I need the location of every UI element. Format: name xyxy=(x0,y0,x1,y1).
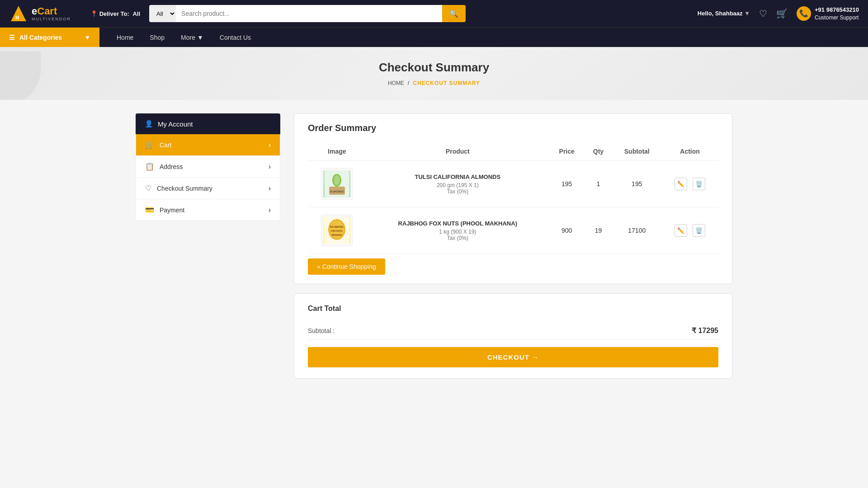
header: M eCart MULTIVENDOR 📍 Deliver To: All Al… xyxy=(0,0,868,27)
nav-home[interactable]: Home xyxy=(108,28,142,47)
item2-desc1: 1 kg (900 X 19) xyxy=(371,229,545,235)
svg-text:FOX NUTS: FOX NUTS xyxy=(331,230,343,232)
nav-more[interactable]: More ▼ xyxy=(173,28,212,47)
logo-subtext: MULTIVENDOR xyxy=(32,17,71,21)
hello-prefix: Hello, xyxy=(698,10,713,17)
support-phone-number: +91 9876543210 xyxy=(815,6,859,14)
svg-point-4 xyxy=(334,175,340,185)
my-account-label: My Account xyxy=(158,120,193,128)
svg-text:M: M xyxy=(15,15,19,20)
col-subtotal: Subtotal xyxy=(612,142,661,161)
logo: M eCart MULTIVENDOR xyxy=(9,4,81,23)
col-price: Price xyxy=(549,142,585,161)
user-circle-icon: 👤 xyxy=(145,120,153,128)
support-info: +91 9876543210 Customer Support xyxy=(815,6,859,22)
categories-chevron: ▼ xyxy=(84,34,90,41)
pin-icon: 📍 xyxy=(90,10,98,17)
order-summary-title: Order Summary xyxy=(308,123,718,133)
svg-text:MAKHANA: MAKHANA xyxy=(331,234,342,236)
main-container: 👤 My Account 🛒 Cart › 📋 Address › ♡ Chec… xyxy=(118,113,750,379)
item2-product-cell: RAJBHOG FOX NUTS (PHOOL MAKHANA) 1 kg (9… xyxy=(366,207,549,254)
support-label: Customer Support xyxy=(815,14,859,22)
item1-delete-button[interactable]: 🗑️ xyxy=(693,178,705,190)
wishlist-icon[interactable]: ♡ xyxy=(759,8,767,19)
svg-text:ALMONDS: ALMONDS xyxy=(330,190,344,193)
payment-menu-label: Payment xyxy=(160,206,184,214)
subtotal-label: Subtotal : xyxy=(308,327,335,334)
sidebar-item-address[interactable]: 📋 Address › xyxy=(136,156,280,178)
sidebar-header: 👤 My Account xyxy=(136,113,280,134)
item2-delete-button[interactable]: 🗑️ xyxy=(693,224,705,237)
checkout-button[interactable]: CHECKOUT → xyxy=(308,347,718,367)
item1-price-cell: 195 xyxy=(549,161,585,207)
item1-edit-button[interactable]: ✏️ xyxy=(675,178,687,190)
breadcrumb-sep: / xyxy=(408,80,409,86)
nav-more-label: More xyxy=(181,34,195,41)
continue-shopping-button[interactable]: « Continue Shopping xyxy=(308,258,385,275)
search-button[interactable]: 🔍 xyxy=(442,5,466,22)
item1-actions: ✏️ 🗑️ xyxy=(666,178,714,190)
item1-name: TULSI CALIFORNIA ALMONDS xyxy=(371,174,545,180)
item1-image-cell: ALMONDS xyxy=(308,161,366,207)
support-area: 📞 +91 9876543210 Customer Support xyxy=(797,6,859,22)
payment-menu-icon: 💳 xyxy=(145,206,154,214)
item2-image-cell: RAJBHOG FOX NUTS MAKHANA xyxy=(308,207,366,254)
address-chevron: › xyxy=(269,163,271,171)
sidebar: 👤 My Account 🛒 Cart › 📋 Address › ♡ Chec… xyxy=(136,113,280,379)
sidebar-item-checkout-summary[interactable]: ♡ Checkout Summary › xyxy=(136,178,280,199)
categories-button[interactable]: ☰ All Categories ▼ xyxy=(0,28,99,47)
header-right: Hello, Shahbaaz ▼ ♡ 🛒 📞 +91 9876543210 C… xyxy=(698,6,859,22)
support-phone-icon: 📞 xyxy=(797,6,811,21)
order-content: Order Summary Image Product Price Qty Su… xyxy=(294,113,732,379)
cart-chevron: › xyxy=(269,141,271,149)
item1-subtotal-cell: 195 xyxy=(612,161,661,207)
col-qty: Qty xyxy=(584,142,612,161)
logo-text: eCart xyxy=(32,6,71,17)
item1-action-cell: ✏️ 🗑️ xyxy=(661,161,718,207)
nav-shop[interactable]: Shop xyxy=(142,28,173,47)
more-chevron: ▼ xyxy=(197,34,203,41)
subtotal-value: ₹ 17295 xyxy=(692,326,718,335)
search-bar: All 🔍 xyxy=(149,5,466,22)
logo-icon: M xyxy=(9,4,28,23)
item2-action-cell: ✏️ 🗑️ xyxy=(661,207,718,254)
cart-menu-label: Cart xyxy=(160,141,171,149)
breadcrumb-home[interactable]: HOME xyxy=(388,80,404,86)
sidebar-item-payment[interactable]: 💳 Payment › xyxy=(136,199,280,221)
checkout-label: CHECKOUT → xyxy=(487,353,539,361)
cart-menu-icon: 🛒 xyxy=(145,141,154,149)
table-row: ALMONDS TULSI CALIFORNIA ALMONDS 200 gm … xyxy=(308,161,718,207)
search-category-select[interactable]: All xyxy=(149,5,176,22)
hero-section: Checkout Summary HOME / CHECKOUT SUMMARY xyxy=(0,47,868,100)
menu-icon: ☰ xyxy=(9,34,15,41)
breadcrumb: HOME / CHECKOUT SUMMARY xyxy=(0,80,868,86)
item1-image: ALMONDS xyxy=(321,168,353,200)
table-header-row: Image Product Price Qty Subtotal Action xyxy=(308,142,718,161)
item2-actions: ✏️ 🗑️ xyxy=(666,224,714,237)
deliver-location[interactable]: 📍 Deliver To: All xyxy=(90,10,140,17)
item2-image: RAJBHOG FOX NUTS MAKHANA xyxy=(321,215,353,246)
item1-desc2: Tax (0%) xyxy=(371,188,545,195)
item1-product-cell: TULSI CALIFORNIA ALMONDS 200 gm (195 X 1… xyxy=(366,161,549,207)
checkout-summary-label: Checkout Summary xyxy=(157,185,212,192)
sidebar-item-cart[interactable]: 🛒 Cart › xyxy=(136,134,280,156)
item1-qty-cell: 1 xyxy=(584,161,612,207)
logo-brand: Cart xyxy=(37,5,57,17)
nav-contact[interactable]: Contact Us xyxy=(212,28,259,47)
nav-bar: ☰ All Categories ▼ Home Shop More ▼ Cont… xyxy=(0,27,868,47)
search-input[interactable] xyxy=(176,5,442,22)
sidebar-menu: 🛒 Cart › 📋 Address › ♡ Checkout Summary … xyxy=(136,134,280,221)
cart-icon[interactable]: 🛒 xyxy=(776,8,788,19)
nav-links: Home Shop More ▼ Contact Us xyxy=(99,28,259,47)
col-product: Product xyxy=(366,142,549,161)
breadcrumb-current: CHECKOUT SUMMARY xyxy=(413,80,480,86)
user-greeting[interactable]: Hello, Shahbaaz ▼ xyxy=(698,10,750,17)
makhana-img-placeholder: RAJBHOG FOX NUTS MAKHANA xyxy=(323,217,350,244)
col-action: Action xyxy=(661,142,718,161)
item2-edit-button[interactable]: ✏️ xyxy=(675,224,687,237)
table-row: RAJBHOG FOX NUTS MAKHANA RAJBHOG FOX NUT… xyxy=(308,207,718,254)
item2-qty-cell: 19 xyxy=(584,207,612,254)
page-title: Checkout Summary xyxy=(0,61,868,75)
item2-desc2: Tax (0%) xyxy=(371,235,545,241)
col-image: Image xyxy=(308,142,366,161)
